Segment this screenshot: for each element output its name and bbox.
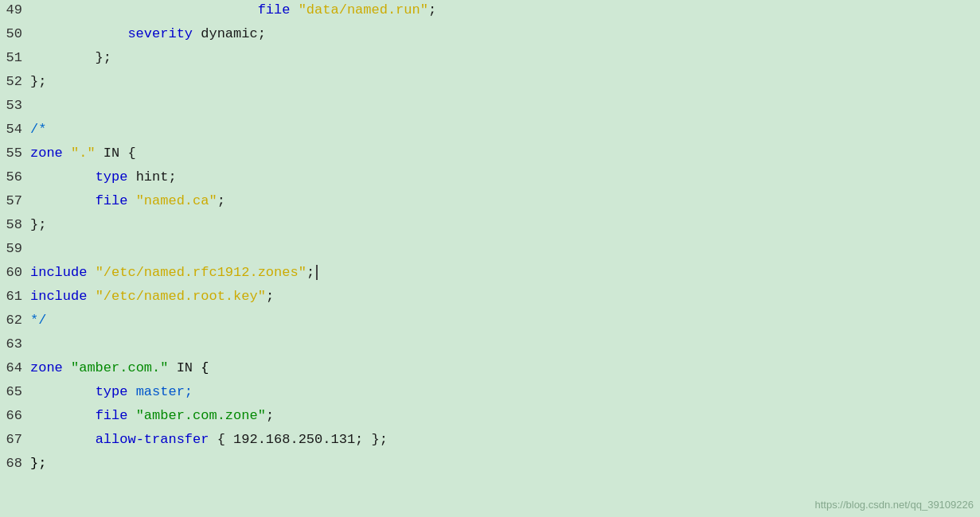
code-line: 54/*: [0, 119, 980, 143]
line-number: 51: [0, 48, 30, 68]
line-content: };: [30, 453, 980, 474]
code-line: 62*/: [0, 310, 980, 334]
code-line: 55zone "." IN {: [0, 143, 980, 167]
code-line: 58};: [0, 215, 980, 239]
line-number: 54: [0, 119, 30, 140]
line-number: 53: [0, 95, 30, 116]
code-line: 64zone "amber.com." IN {: [0, 358, 980, 382]
code-line: 53: [0, 95, 980, 119]
line-content: };: [30, 48, 980, 68]
line-content: /*: [30, 119, 980, 140]
code-line: 51 };: [0, 48, 980, 72]
code-line: 52};: [0, 72, 980, 95]
line-content: allow-transfer { 192.168.250.131; };: [30, 430, 980, 450]
line-content: file "data/named.run";: [30, 0, 980, 21]
line-content: [30, 334, 980, 355]
line-number: 55: [0, 143, 30, 164]
line-number: 67: [0, 430, 30, 450]
line-content: include "/etc/named.root.key";: [30, 286, 980, 307]
line-content: };: [30, 72, 980, 92]
line-content: include "/etc/named.rfc1912.zones";: [30, 262, 980, 283]
line-content: zone "amber.com." IN {: [30, 358, 980, 379]
code-line: 60include "/etc/named.rfc1912.zones";: [0, 262, 980, 286]
line-number: 59: [0, 239, 30, 259]
text-cursor: [316, 265, 318, 280]
code-line: 50 severity dynamic;: [0, 24, 980, 48]
line-content: [30, 95, 980, 116]
line-content: */: [30, 310, 980, 331]
line-number: 57: [0, 191, 30, 212]
line-content: file "amber.com.zone";: [30, 406, 980, 426]
code-editor: 49 file "data/named.run";50 severity dyn…: [0, 0, 980, 517]
line-number: 52: [0, 72, 30, 92]
code-line: 49 file "data/named.run";: [0, 0, 980, 24]
code-line: 59: [0, 239, 980, 262]
code-line: 68};: [0, 453, 980, 477]
code-line: 56 type hint;: [0, 167, 980, 191]
line-number: 65: [0, 382, 30, 402]
line-number: 49: [0, 0, 30, 21]
line-content: zone "." IN {: [30, 143, 980, 164]
line-number: 64: [0, 358, 30, 379]
line-number: 66: [0, 406, 30, 426]
line-content: };: [30, 215, 980, 235]
line-content: type hint;: [30, 167, 980, 188]
code-line: 65 type master;: [0, 382, 980, 406]
line-number: 60: [0, 262, 30, 283]
line-content: file "named.ca";: [30, 191, 980, 212]
line-content: [30, 239, 980, 259]
line-number: 50: [0, 24, 30, 45]
code-line: 66 file "amber.com.zone";: [0, 406, 980, 430]
watermark: https://blog.csdn.net/qq_39109226: [815, 499, 974, 511]
line-number: 61: [0, 286, 30, 307]
line-number: 58: [0, 215, 30, 235]
line-content: severity dynamic;: [30, 24, 980, 45]
code-line: 63: [0, 334, 980, 358]
code-line: 67 allow-transfer { 192.168.250.131; };: [0, 430, 980, 453]
line-number: 63: [0, 334, 30, 355]
line-content: type master;: [30, 382, 980, 402]
code-line: 61include "/etc/named.root.key";: [0, 286, 980, 310]
line-number: 68: [0, 453, 30, 474]
line-number: 62: [0, 310, 30, 331]
code-line: 57 file "named.ca";: [0, 191, 980, 215]
line-number: 56: [0, 167, 30, 188]
code-lines: 49 file "data/named.run";50 severity dyn…: [0, 0, 980, 477]
